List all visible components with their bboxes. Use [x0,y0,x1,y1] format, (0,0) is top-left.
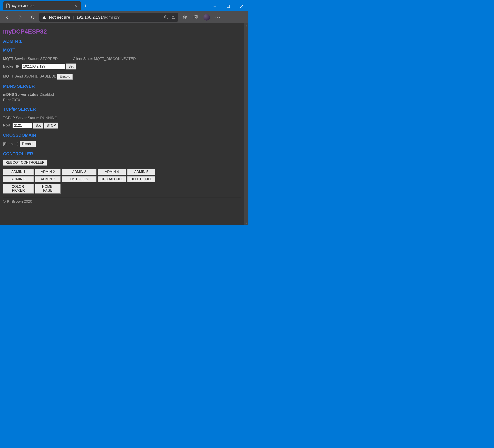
mqtt-service-status-label: MQTT Service Status: [3,57,40,61]
profile-avatar[interactable] [203,14,210,21]
url-text: 192.168.2.131/admin1? [76,15,120,20]
scroll-down-icon[interactable]: ▼ [244,221,248,225]
nav-admin7-button[interactable]: ADMIN 7 [35,176,61,182]
nav-admin3-button[interactable]: ADMIN 3 [62,169,97,175]
mqtt-send-json-label: MQTT Send JSON [DISABLED]: [3,74,57,78]
nav-uploadfile-button[interactable]: UPLOAD FILE [98,176,126,182]
mdns-heading: MDNS SERVER [3,84,241,89]
mqtt-client-state-label: Client State: [73,57,94,61]
tcpip-port-label: Port: [3,123,12,127]
window-maximize-button[interactable] [222,2,235,10]
tcpip-status-value: RUNNING [40,116,57,120]
collections-icon[interactable] [190,13,201,22]
new-tab-button[interactable]: + [81,1,90,10]
mqtt-heading: MQTT [3,48,241,53]
nav-listfiles-button[interactable]: LIST FILES [62,176,97,182]
mdns-port-label: Port: [3,98,12,102]
tab-close-icon[interactable]: ✕ [73,4,78,8]
not-secure-label: Not secure [49,15,70,20]
nav-admin2-button[interactable]: ADMIN 2 [35,169,61,175]
browser-toolbar: Not secure | 192.168.2.131/admin1? [0,10,248,23]
tab-title: myDCP4ESP32 [12,4,73,8]
refresh-button[interactable] [27,13,38,22]
reboot-controller-button[interactable]: REBOOT CONTROLLER [3,160,47,166]
tcpip-port-input[interactable] [12,123,32,128]
crossdomain-status: [Enabled] [3,142,19,146]
svg-point-16 [216,17,216,18]
more-menu-icon[interactable] [212,13,223,22]
url-host: 192.168.2.131 [76,15,103,19]
page-content: myDCP4ESP32 ADMIN 1 MQTT MQTT Service St… [0,23,244,225]
nav-admin4-button[interactable]: ADMIN 4 [98,169,126,175]
zoom-icon[interactable] [164,15,168,19]
mdns-status-label: mDNS Server status: [3,92,40,97]
mqtt-enable-button[interactable]: Enable [57,74,73,80]
svg-rect-5 [44,18,44,18]
nav-homepage-button[interactable]: HOME-PAGE [35,184,61,193]
crossdomain-disable-button[interactable]: Disable [20,141,36,147]
footer: © R. Brown 2020 [3,199,241,204]
page-header: ADMIN 1 [3,38,241,44]
favorites-icon[interactable] [180,13,190,22]
footer-copyright: © R. Brown [3,199,24,204]
browser-tab[interactable]: myDCP4ESP32 ✕ [3,1,81,10]
warning-icon [42,15,46,19]
favorite-add-icon[interactable] [171,15,175,19]
app-title: myDCP4ESP32 [3,28,241,35]
mdns-status-value: Disabled [40,92,54,97]
back-button[interactable] [2,13,13,22]
url-path: /admin1? [103,15,120,19]
mqtt-client-state-value: MQTT_DISCONNECTED [94,57,136,61]
tcpip-set-button[interactable]: Set [33,123,43,129]
footer-year: 2020 [24,199,32,204]
url-separator: | [73,15,74,20]
tcpip-heading: TCP/IP SERVER [3,107,241,112]
controller-heading: CONTROLLER [3,151,241,156]
document-icon [6,3,10,8]
nav-colorpicker-button[interactable]: COLOR-PICKER [3,184,34,193]
svg-point-18 [219,17,220,18]
broker-ip-label: Broker IP: [3,64,22,68]
crossdomain-heading: CROSSDOMAIN [3,133,241,138]
scroll-up-icon[interactable]: ▲ [244,23,248,28]
svg-point-17 [217,17,218,18]
svg-line-7 [167,18,168,19]
nav-admin5-button[interactable]: ADMIN 5 [127,169,155,175]
window-close-button[interactable] [235,2,248,10]
svg-rect-4 [44,17,44,18]
broker-ip-input[interactable] [22,64,65,69]
window-minimize-button[interactable] [208,2,222,10]
window-titlebar: myDCP4ESP32 ✕ + [0,0,248,10]
nav-admin1-button[interactable]: ADMIN 1 [3,169,34,175]
tcpip-stop-button[interactable]: STOP [44,123,58,129]
address-bar[interactable]: Not secure | 192.168.2.131/admin1? [39,13,178,22]
svg-rect-1 [227,5,230,8]
vertical-scrollbar[interactable]: ▲ ▼ [244,23,248,225]
broker-ip-set-button[interactable]: Set [66,64,76,69]
tcpip-status-label: TCP/IP Server Status: [3,116,40,120]
nav-deletefile-button[interactable]: DELETE FILE [127,176,155,182]
forward-button[interactable] [14,13,26,22]
nav-admin6-button[interactable]: ADMIN 6 [3,176,34,182]
mdns-port-value: 7070 [12,98,20,102]
mqtt-service-status-value: STOPPED [40,57,58,61]
